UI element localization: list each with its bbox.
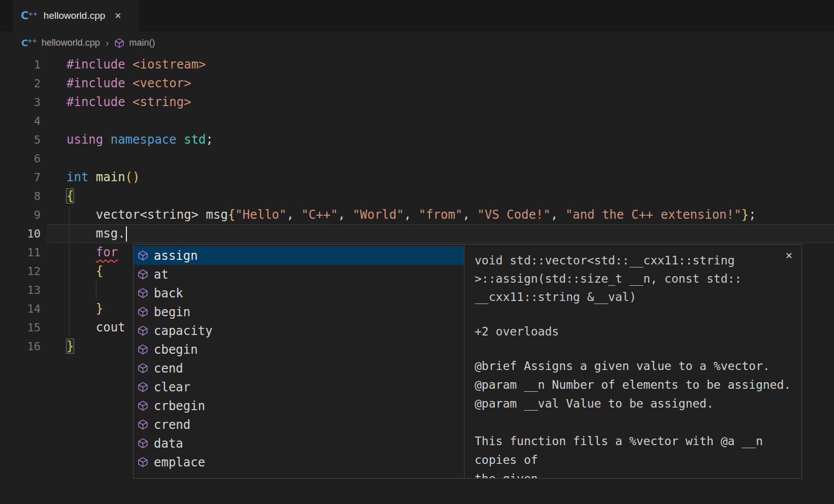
tab-title: helloworld.cpp — [44, 10, 105, 21]
cpp-file-icon: C++ — [21, 11, 38, 21]
line-number: 10 — [0, 224, 41, 243]
code-line[interactable]: 3#include <string> — [0, 93, 834, 112]
line-number: 15 — [0, 318, 41, 337]
code-token: , — [551, 208, 565, 222]
line-number: 9 — [0, 206, 41, 224]
code-token: , — [462, 208, 477, 222]
suggestion-item-capacity[interactable]: capacity — [134, 321, 464, 340]
code-token: <iostream> — [132, 57, 206, 72]
suggestion-item-at[interactable]: at — [134, 265, 464, 284]
doc-body-line: This function fills a %vector with @a __… — [475, 432, 791, 469]
tab-bar: C++ helloworld.cpp ✕ — [0, 0, 834, 31]
signature-line: void std::vector<std::__cxx11::string — [475, 251, 791, 270]
code-token — [66, 301, 96, 316]
code-line[interactable]: 8{ — [0, 187, 834, 206]
suggestion-label: begin — [154, 305, 190, 319]
code-line[interactable]: 4 — [0, 112, 834, 130]
code-token — [103, 132, 110, 147]
line-number: 11 — [0, 243, 41, 262]
code-token: { — [66, 189, 74, 203]
suggestion-item-begin[interactable]: begin — [134, 303, 464, 321]
suggestion-item-emplace[interactable]: emplace — [134, 453, 464, 472]
suggestion-list[interactable]: assignatbackbegincapacitycbegincendclear… — [134, 245, 464, 478]
code-token: int — [66, 170, 88, 184]
method-cube-icon — [138, 288, 148, 298]
doc-brief: @brief Assigns a given value to a %vecto… — [475, 357, 791, 413]
suggestion-label: at — [154, 267, 169, 282]
overloads-label: +2 overloads — [475, 325, 791, 338]
code-token: { — [228, 208, 235, 222]
doc-brief-line: @brief Assigns a given value to a %vecto… — [475, 357, 791, 376]
line-content: { — [66, 262, 103, 281]
line-content: #include <string> — [66, 93, 191, 112]
line-number: 13 — [0, 281, 41, 299]
suggestion-label: emplace — [154, 455, 205, 469]
code-line[interactable]: 6 — [0, 149, 834, 168]
method-cube-icon — [138, 400, 148, 411]
code-token — [66, 245, 96, 259]
line-number: 2 — [0, 74, 41, 93]
suggestion-item-crend[interactable]: crend — [134, 415, 464, 434]
method-cube-icon — [138, 382, 148, 392]
chevron-right-icon: › — [106, 37, 109, 49]
code-token — [125, 76, 132, 90]
tab-close-icon[interactable]: ✕ — [114, 11, 121, 21]
suggestion-label: assign — [154, 249, 198, 263]
suggestion-item-data[interactable]: data — [134, 434, 464, 453]
line-number: 6 — [0, 149, 41, 168]
docs-close-icon[interactable]: ✕ — [786, 249, 792, 261]
doc-brief-line: @param __val Value to be assigned. — [475, 394, 791, 413]
code-token — [125, 95, 132, 109]
intellisense-popup: assignatbackbegincapacitycbegincendclear… — [133, 244, 802, 479]
breadcrumb-symbol[interactable]: main() — [129, 38, 155, 48]
code-token: "World" — [353, 208, 404, 222]
suggestion-item-cbegin[interactable]: cbegin — [134, 340, 464, 359]
code-token: <string> — [132, 95, 191, 109]
line-content: for — [66, 243, 118, 262]
line-content: { — [66, 187, 74, 206]
breadcrumb-file[interactable]: helloworld.cpp — [42, 38, 100, 48]
suggestion-label: capacity — [154, 324, 213, 338]
line-number: 3 — [0, 93, 41, 112]
code-token: "Hello" — [235, 208, 286, 222]
code-token: , — [338, 208, 353, 222]
line-content: #include <iostream> — [66, 55, 206, 74]
code-token: #include — [66, 76, 125, 90]
line-content: int main() — [66, 168, 140, 187]
suggestion-item-cend[interactable]: cend — [134, 359, 464, 378]
suggestion-item-clear[interactable]: clear — [134, 378, 464, 396]
method-cube-icon — [114, 38, 124, 48]
code-token: "and the C++ extension!" — [565, 208, 742, 222]
suggestion-label: cbegin — [154, 343, 198, 357]
code-token — [66, 320, 96, 334]
code-token: } — [96, 301, 103, 316]
line-content: } — [66, 337, 74, 356]
code-token — [125, 57, 132, 72]
code-token: , — [287, 208, 302, 222]
suggestion-label: cend — [154, 361, 183, 376]
suggestion-item-back[interactable]: back — [134, 284, 464, 303]
code-line[interactable]: 1#include <iostream> — [0, 55, 834, 74]
line-content: } — [66, 299, 103, 318]
code-editor[interactable]: 1#include <iostream>2#include <vector>3#… — [0, 54, 834, 504]
code-line[interactable]: 9 vector<string> msg{"Hello", "C++", "Wo… — [0, 206, 834, 224]
code-token — [177, 132, 184, 147]
suggestion-label: crbegin — [154, 399, 205, 413]
signature-line: >::assign(std::size_t __n, const std:: — [475, 270, 791, 288]
code-line[interactable]: 7int main() — [0, 168, 834, 187]
code-token: for — [96, 245, 118, 259]
tab-helloworld-cpp[interactable]: C++ helloworld.cpp ✕ — [13, 0, 139, 31]
line-content: using namespace std; — [66, 130, 213, 149]
code-token: namespace — [111, 132, 177, 147]
line-content: cout — [66, 318, 125, 337]
doc-body-line: the given — [475, 469, 791, 478]
suggestion-item-crbegin[interactable]: crbegin — [134, 396, 464, 415]
code-token: msg. — [66, 226, 125, 241]
suggestion-item-assign[interactable]: assign — [134, 246, 464, 265]
code-line[interactable]: 10 msg. — [0, 224, 834, 243]
code-line[interactable]: 5using namespace std; — [0, 130, 834, 149]
cpp-file-icon: C++ — [21, 38, 37, 48]
method-cube-icon — [138, 269, 148, 280]
code-line[interactable]: 2#include <vector> — [0, 74, 834, 93]
doc-brief-line: @param __n Number of elements to be assi… — [475, 376, 791, 394]
